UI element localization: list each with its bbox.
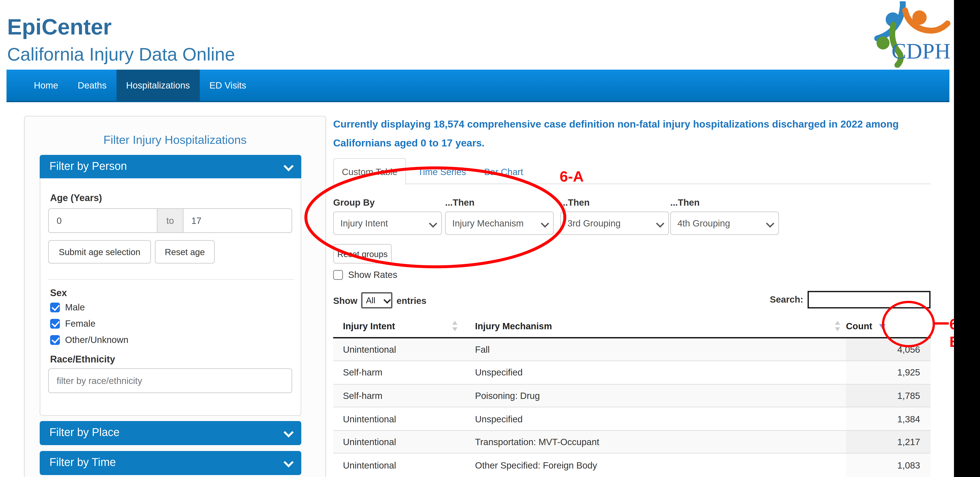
group-by-select-1[interactable]: Injury Intent — [333, 211, 442, 235]
sex-label: Sex — [50, 288, 67, 298]
annotation-label-6b: 6-B — [950, 316, 954, 351]
column-header-count[interactable]: Count — [846, 314, 931, 338]
group-by-select-4-wrap: 4th Grouping — [670, 211, 779, 235]
nav-item-ed-visits[interactable]: ED Visits — [200, 70, 256, 101]
show-label: Show — [333, 295, 358, 305]
search-label: Search: — [770, 294, 803, 305]
divider — [48, 279, 294, 280]
age-label: Age (Years) — [50, 192, 102, 203]
age-range-group: to — [48, 208, 292, 233]
filter-by-time-header[interactable]: Filter by Time — [40, 451, 301, 475]
then-label-4: ...Then — [670, 197, 700, 208]
checkbox-female-label: Female — [65, 318, 95, 329]
table-row: Self-harm Unspecified 1,925 — [333, 361, 931, 384]
chevron-down-icon — [284, 429, 291, 436]
age-to-input[interactable] — [183, 208, 292, 233]
black-edge-strip — [954, 0, 980, 477]
chevron-down-icon — [284, 163, 291, 169]
entries-select[interactable]: All — [361, 292, 393, 308]
tab-bar-chart[interactable]: Bar Chart — [484, 167, 523, 177]
sort-descending-icon — [879, 324, 886, 329]
show-rates-option[interactable]: Show Rates — [333, 269, 397, 280]
entries-select-wrap: All — [361, 292, 393, 308]
group-by-select-3[interactable]: 3rd Grouping — [560, 211, 669, 235]
checkbox-male-label: Male — [65, 302, 85, 312]
age-from-input[interactable] — [48, 208, 158, 233]
nav-item-deaths[interactable]: Deaths — [68, 70, 116, 101]
group-by-select-1-wrap: Injury Intent — [333, 211, 442, 235]
age-separator: to — [158, 208, 183, 233]
column-header-injury-intent[interactable]: Injury Intent — [333, 314, 463, 338]
table-row: Unintentional Other Specified: Foreign B… — [333, 453, 931, 477]
reset-groups-button[interactable]: Reset groups — [333, 244, 392, 264]
nav-item-home[interactable]: Home — [24, 70, 68, 101]
filter-by-person-header[interactable]: Filter by Person — [40, 155, 301, 178]
group-by-select-3-wrap: 3rd Grouping — [560, 211, 669, 235]
checkbox-other-icon[interactable] — [50, 335, 60, 345]
sex-option-male[interactable]: Male — [50, 302, 85, 312]
show-rates-label: Show Rates — [348, 269, 397, 280]
submit-age-button[interactable]: Submit age selection — [48, 240, 151, 264]
main-nav: Home Deaths Hospitalizations ED Visits — [6, 70, 950, 102]
then-label-2: ...Then — [445, 197, 474, 208]
page: EpiCenter California Injury Data Online … — [0, 0, 980, 477]
sex-option-female[interactable]: Female — [50, 318, 95, 329]
filter-by-person-label: Filter by Person — [49, 160, 127, 173]
sort-icon — [835, 321, 841, 331]
app-title: EpiCenter — [7, 14, 112, 40]
table-header-row: Injury Intent Injury Mechanism Count — [333, 314, 931, 338]
view-tabs: Custom Table Time Series Bar Chart — [333, 158, 931, 184]
logo-orange-figure — [905, 10, 947, 30]
filter-panel-title: Filter Injury Hospitalizations — [25, 134, 325, 147]
group-by-select-2-wrap: Injury Mechanism — [445, 211, 554, 235]
logo-text: CDPH — [891, 39, 950, 64]
summary-text: Currently displaying 18,574 comprehensiv… — [333, 115, 935, 152]
nav-item-hospitalizations[interactable]: Hospitalizations — [116, 70, 200, 101]
race-ethnicity-label: Race/Ethnicity — [50, 354, 115, 364]
filter-panel: Filter Injury Hospitalizations Filter by… — [24, 116, 326, 477]
group-by-select-2[interactable]: Injury Mechanism — [445, 211, 554, 235]
page-content: EpiCenter California Injury Data Online … — [0, 0, 954, 477]
table-row: Unintentional Unspecified 1,384 — [333, 407, 931, 430]
table-row: Unintentional Fall 4,056 — [333, 338, 931, 361]
filter-by-person-body: Age (Years) to Submit age selection Rese… — [40, 178, 301, 416]
reset-age-button[interactable]: Reset age — [155, 240, 215, 264]
column-header-injury-mechanism[interactable]: Injury Mechanism — [463, 314, 846, 338]
chevron-down-icon — [284, 459, 291, 465]
cdph-logo: CDPH — [864, 1, 953, 68]
filter-by-place-label: Filter by Place — [49, 426, 119, 439]
checkbox-female-icon[interactable] — [50, 319, 60, 328]
tab-time-series[interactable]: Time Series — [418, 167, 466, 177]
race-ethnicity-input[interactable] — [48, 368, 292, 393]
entries-label: entries — [396, 295, 426, 305]
filter-by-time-label: Filter by Time — [49, 456, 116, 469]
show-rates-checkbox[interactable] — [333, 270, 343, 280]
group-by-label: Group By — [333, 197, 375, 208]
sort-icon — [452, 321, 458, 331]
then-label-3: ...Then — [560, 197, 590, 208]
table-row: Self-harm Poisoning: Drug 1,785 — [333, 384, 931, 407]
group-by-select-4[interactable]: 4th Grouping — [670, 211, 779, 235]
table-row: Unintentional Transportation: MVT-Occupa… — [333, 430, 931, 453]
results-table: Injury Intent Injury Mechanism Count Uni — [333, 314, 931, 477]
checkbox-other-label: Other/Unknown — [65, 334, 129, 345]
checkbox-male-icon[interactable] — [50, 302, 60, 312]
app-subtitle: California Injury Data Online — [7, 44, 235, 65]
search-input[interactable] — [808, 291, 931, 308]
sex-option-other-unknown[interactable]: Other/Unknown — [50, 334, 129, 345]
tab-custom-table[interactable]: Custom Table — [333, 158, 406, 185]
entries-control: Show All entries — [333, 292, 426, 308]
filter-by-place-header[interactable]: Filter by Place — [40, 421, 301, 445]
